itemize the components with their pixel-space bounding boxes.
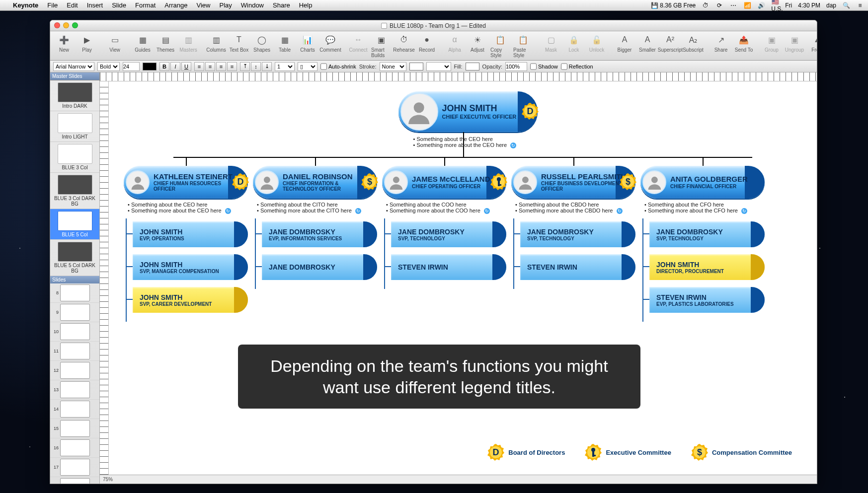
toolbar-share[interactable]: ↗Share — [711, 33, 731, 53]
toolbar-subscript[interactable]: A₂Subscript — [683, 33, 703, 53]
slide-thumb-15[interactable]: 15 — [50, 419, 99, 438]
slide-thumb-18[interactable]: 18 — [50, 477, 99, 484]
wifi-icon[interactable]: 📶 — [743, 2, 751, 9]
toolbar-shapes[interactable]: ◯Shapes — [252, 33, 272, 53]
toolbar-smaller[interactable]: ASmaller — [637, 33, 657, 53]
master-blue-5-col[interactable]: BLUE 5 Col — [50, 209, 99, 240]
sync-icon[interactable]: ⟳ — [715, 2, 723, 9]
toolbar-adjust[interactable]: ☀Adjust — [468, 33, 487, 53]
titlebar[interactable]: BLUE 1080p - Team Org 1 — Edited — [50, 20, 817, 31]
org-exec-1[interactable]: DANIEL ROBINSONCHIEF INFORMATION & TECHN… — [253, 166, 377, 199]
user-menu[interactable]: dap — [826, 2, 836, 9]
shadow-check[interactable]: Shadow — [530, 62, 558, 71]
ruler-horizontal[interactable] — [100, 72, 817, 81]
bold-button[interactable]: B — [159, 62, 169, 71]
org-ceo[interactable]: JOHN SMITHCHIEF EXECUTIVE OFFICERD — [398, 91, 538, 132]
valign-bot[interactable]: ⤓ — [262, 62, 272, 71]
clock-day[interactable]: Fri — [785, 2, 792, 9]
slide-thumb-9[interactable]: 9 — [50, 303, 99, 322]
font-weight-select[interactable]: Bold — [97, 62, 120, 71]
org-sub-3-1[interactable]: STEVEN IRWIN — [520, 254, 635, 280]
font-size-input[interactable] — [123, 62, 140, 71]
slide-thumb-12[interactable]: 12 — [50, 361, 99, 380]
menu-edit[interactable]: Edit — [67, 1, 78, 9]
toolbar-guides[interactable]: ▦Guides — [133, 33, 153, 53]
stroke-width[interactable] — [426, 62, 451, 71]
italic-button[interactable]: I — [170, 62, 180, 71]
toolbar-paste-style[interactable]: 📋Paste Style — [513, 33, 533, 58]
toolbar-bigger[interactable]: ABigger — [615, 33, 634, 53]
menubar[interactable]: Keynote File Edit Insert Slide Format Ar… — [0, 0, 868, 11]
slide-thumb-10[interactable]: 10 — [50, 322, 99, 342]
stroke-select[interactable]: None — [380, 62, 406, 71]
close-button[interactable] — [54, 22, 60, 28]
spotlight-icon[interactable]: 🔍 — [842, 2, 850, 9]
zoom-button[interactable] — [72, 22, 78, 28]
toolbar-charts[interactable]: 📊Charts — [298, 33, 317, 53]
font-color-swatch[interactable] — [143, 63, 157, 70]
volume-icon[interactable]: 🔊 — [757, 2, 765, 9]
columns-select[interactable]: ▯ — [298, 62, 317, 71]
minimize-button[interactable] — [63, 22, 69, 28]
org-sub-4-2[interactable]: STEVEN IRWINEVP, PLASTICS LABORATORIES — [649, 287, 765, 313]
toolbar-comment[interactable]: 💬Comment — [320, 33, 340, 53]
toolbar-copy-style[interactable]: 📋Copy Style — [490, 33, 510, 58]
underline-button[interactable]: U — [181, 62, 191, 71]
disk-indicator[interactable]: 💾 8.36 GB Free — [651, 2, 696, 9]
bluetooth-icon[interactable]: ⋯ — [729, 2, 737, 9]
org-sub-3-0[interactable]: JANE DOMBROSKYSVP, TECHNOLOGY — [520, 221, 635, 247]
slide-thumb-8[interactable]: 8 — [50, 283, 99, 303]
slide-thumb-14[interactable]: 14 — [50, 400, 99, 419]
align-center[interactable]: ≡ — [205, 62, 215, 71]
toolbar-themes[interactable]: ▤Themes — [156, 33, 175, 53]
org-sub-1-0[interactable]: JANE DOMBROSKYEVP, INFORMATION SERVICES — [262, 221, 377, 247]
master-blue-3-col[interactable]: BLUE 3 Col — [50, 142, 99, 173]
menu-share[interactable]: Share — [273, 1, 290, 9]
menu-insert[interactable]: Insert — [87, 1, 103, 9]
timemachine-icon[interactable]: ⏱ — [702, 2, 710, 9]
reflection-check[interactable]: Reflection — [561, 62, 593, 71]
toolbar-play[interactable]: ▶Play — [77, 33, 97, 53]
input-locale[interactable]: 🇺🇸U.S. — [771, 0, 779, 12]
align-justify[interactable]: ≡ — [227, 62, 237, 71]
master-intro-dark[interactable]: Intro DARK — [50, 80, 99, 111]
master-intro-light[interactable]: Intro LIGHT — [50, 111, 99, 142]
menu-window[interactable]: Window — [241, 1, 264, 9]
zoom-level[interactable]: 75% — [103, 477, 113, 482]
org-sub-2-1[interactable]: STEVEN IRWIN — [391, 254, 506, 280]
font-family-select[interactable]: Arial Narrow — [53, 62, 94, 71]
fill-swatch[interactable] — [466, 63, 479, 70]
org-sub-4-1[interactable]: JOHN SMITHDIRECTOR, PROCUREMENT — [649, 254, 765, 280]
menu-slide[interactable]: Slide — [112, 1, 126, 9]
align-right[interactable]: ≡ — [216, 62, 226, 71]
org-exec-2[interactable]: JAMES McCLELLANDCHIEF OPERATING OFFICER — [382, 166, 506, 199]
valign-mid[interactable]: ↕ — [251, 62, 261, 71]
org-sub-4-0[interactable]: JANE DOMBROSKYSVP, TECHNOLOGY — [649, 221, 765, 247]
toolbar-new[interactable]: ➕New — [54, 33, 74, 53]
align-left[interactable]: ≡ — [194, 62, 204, 71]
menu-arrange[interactable]: Arrange — [164, 1, 187, 9]
master-blue-5-col-dark-bg[interactable]: BLUE 5 Col DARK BG — [50, 240, 99, 276]
menu-view[interactable]: View — [197, 1, 211, 9]
menu-play[interactable]: Play — [219, 1, 232, 9]
slide-thumb-17[interactable]: 17 — [50, 458, 99, 477]
toolbar-rehearse[interactable]: ⏱Rehearse — [394, 33, 414, 53]
org-sub-0-0[interactable]: JOHN SMITHEVP, OPERATIONS — [133, 221, 248, 247]
menu-help[interactable]: Help — [299, 1, 313, 9]
notification-icon[interactable]: ≡ — [856, 2, 864, 9]
valign-top[interactable]: ⤒ — [240, 62, 250, 71]
navigator-sidebar[interactable]: Master Slides Intro DARKIntro LIGHTBLUE … — [50, 72, 100, 484]
org-exec-3[interactable]: RUSSELL PEARLSMITHCHIEF BUSINESS DEVELOP… — [511, 166, 635, 199]
menu-file[interactable]: File — [47, 1, 58, 9]
line-spacing[interactable]: 1 — [275, 62, 295, 71]
toolbar-front[interactable]: ▲Front — [807, 33, 817, 53]
master-blue-3-col-dark-bg[interactable]: BLUE 3 Col DARK BG — [50, 173, 99, 209]
stroke-color[interactable] — [409, 63, 423, 70]
toolbar-columns[interactable]: ▥Columns — [206, 33, 226, 53]
toolbar-table[interactable]: ▦Table — [275, 33, 295, 53]
org-exec-4[interactable]: ANITA GOLDBERGERCHIEF FINANCIAL OFFICER — [640, 166, 765, 199]
org-sub-0-2[interactable]: JOHN SMITHSVP, CAREER DEVELOPMENT — [133, 287, 248, 313]
app-menu[interactable]: Keynote — [13, 1, 38, 9]
toolbar-text-box[interactable]: TText Box — [229, 33, 249, 53]
slide-thumb-13[interactable]: 13 — [50, 380, 99, 400]
